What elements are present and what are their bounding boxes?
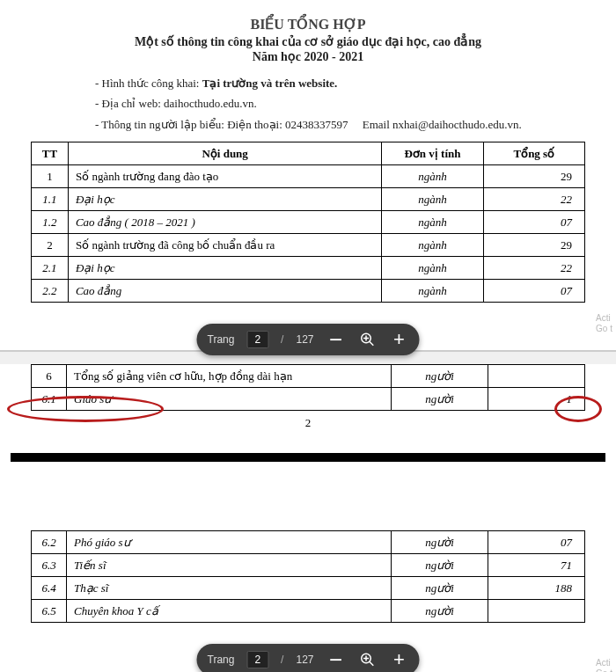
cell-ts: 1	[488, 388, 585, 411]
page-1-fragment: BIỂU TỔNG HỢP Một số thông tin công khai…	[0, 0, 616, 352]
cell-ts	[488, 365, 585, 388]
table-row: 6.4Thạc sĩngười188	[32, 577, 585, 600]
cell-dv: người	[392, 388, 488, 411]
page-sep: /	[281, 654, 283, 666]
page-sep: /	[281, 333, 283, 346]
cell-dv: ngành	[382, 234, 483, 257]
cell-ts: 188	[488, 577, 585, 600]
cell-nd: Chuyên khoa Y cấ	[67, 600, 392, 623]
cell-tt: 6.4	[32, 577, 67, 600]
table-row: 2.2Cao đẳngngành07	[32, 280, 585, 303]
cell-dv: ngành	[382, 211, 483, 234]
cell-nd: Tổng số giảng viên cơ hữu, hợp đồng dài …	[67, 365, 392, 388]
windows-activate-watermark: Acti Go t	[596, 313, 612, 334]
table-row: 1.2Cao đẳng ( 2018 – 2021 )ngành07	[32, 211, 585, 234]
cell-nd: Đại học	[68, 188, 381, 211]
magnifier-plus-icon	[359, 652, 375, 668]
zoom-out-button[interactable]: −	[326, 650, 345, 669]
col-ts: Tổng số	[483, 142, 584, 165]
table-row: 6.3Tiến sĩngười71	[32, 554, 585, 577]
separator-bar	[11, 453, 605, 462]
cell-dv: người	[392, 365, 488, 388]
cell-dv: ngành	[382, 165, 483, 188]
table-row: 1.1Đại họcngành22	[32, 188, 585, 211]
table-row: 6Tổng số giảng viên cơ hữu, hợp đồng dài…	[32, 365, 585, 388]
page-label: Trang	[208, 654, 235, 666]
cell-nd: Tiến sĩ	[67, 554, 392, 577]
pdf-toolbar-top: Trang 2 / 127 − +	[197, 324, 420, 355]
zoom-in-button[interactable]: +	[389, 650, 408, 669]
cell-nd: Đại học	[68, 257, 381, 280]
summary-table-mid: 6Tổng số giảng viên cơ hữu, hợp đồng dài…	[31, 364, 585, 411]
table-row: 2.1Đại họcngành22	[32, 257, 585, 280]
title-block: BIỂU TỔNG HỢP Một số thông tin công khai…	[0, 16, 616, 64]
cell-ts: 29	[483, 165, 584, 188]
zoom-reset-button[interactable]	[357, 330, 377, 349]
zoom-out-button[interactable]: −	[326, 330, 345, 349]
summary-table-bottom: 6.2Phó giáo sưngười076.3Tiến sĩngười716.…	[31, 530, 585, 623]
info-line-2: - Địa chỉ web: daihocthudo.edu.vn.	[95, 93, 616, 113]
col-nd: Nội dung	[68, 142, 381, 165]
info-line-3: - Thông tin người lập biểu: Điện thoại: …	[95, 114, 616, 135]
table-row: 6.1Giáo sưngười1	[32, 388, 585, 411]
table-row: 6.5Chuyên khoa Y cấngười	[32, 600, 585, 623]
cell-ts: 22	[483, 188, 584, 211]
cell-tt: 6.2	[32, 531, 67, 554]
cell-nd: Giáo sư	[67, 388, 392, 411]
cell-nd: Số ngành trường đã công bố chuẩn đầu ra	[68, 234, 381, 257]
table-row: 6.2Phó giáo sưngười07	[32, 531, 585, 554]
page-number: 2	[0, 416, 616, 430]
cell-dv: ngành	[382, 257, 483, 280]
page-total: 127	[296, 654, 313, 666]
cell-tt: 2.2	[32, 280, 69, 303]
doc-year: Năm học 2020 - 2021	[0, 49, 616, 64]
svg-line-5	[370, 661, 374, 666]
cell-dv: người	[392, 554, 488, 577]
cell-ts: 07	[488, 531, 585, 554]
cell-tt: 6.3	[32, 554, 67, 577]
table-row: 1Số ngành trường đang đào tạongành29	[32, 165, 585, 188]
col-tt: TT	[32, 142, 69, 165]
cell-ts: 07	[483, 211, 584, 234]
doc-subtitle: Một số thông tin công khai của cơ sở giá…	[0, 34, 616, 49]
cell-dv: người	[392, 600, 488, 623]
page-label: Trang	[208, 333, 235, 346]
cell-dv: ngành	[382, 188, 483, 211]
col-dv: Đơn vị tính	[382, 142, 483, 165]
svg-line-1	[370, 341, 374, 346]
cell-nd: Cao đẳng	[68, 280, 381, 303]
cell-ts	[488, 600, 585, 623]
cell-tt: 6.5	[32, 600, 67, 623]
info-lines: - Hình thức công khai: Tại trường và trê…	[95, 73, 616, 135]
cell-nd: Thạc sĩ	[67, 577, 392, 600]
page-total: 127	[296, 333, 313, 346]
windows-activate-watermark: Acti Go t	[596, 658, 612, 672]
doc-title: BIỂU TỔNG HỢP	[0, 16, 616, 33]
cell-dv: ngành	[382, 280, 483, 303]
cell-tt: 1.1	[32, 188, 69, 211]
cell-nd: Số ngành trường đang đào tạo	[68, 165, 381, 188]
cell-dv: người	[392, 531, 488, 554]
table-header-row: TT Nội dung Đơn vị tính Tổng số	[32, 142, 585, 165]
page-current-input[interactable]: 2	[246, 331, 268, 348]
cell-ts: 22	[483, 257, 584, 280]
summary-table-top: TT Nội dung Đơn vị tính Tổng số 1Số ngàn…	[31, 142, 585, 303]
cell-nd: Phó giáo sư	[67, 531, 392, 554]
info-line-1: - Hình thức công khai: Tại trường và trê…	[95, 73, 616, 93]
zoom-reset-button[interactable]	[357, 650, 377, 669]
cell-tt: 2	[32, 234, 69, 257]
cell-tt: 2.1	[32, 257, 69, 280]
cell-ts: 07	[483, 280, 584, 303]
page-current-input[interactable]: 2	[246, 651, 268, 668]
zoom-in-button[interactable]: +	[389, 330, 408, 349]
cell-nd: Cao đẳng ( 2018 – 2021 )	[68, 211, 381, 234]
cell-tt: 6.1	[32, 388, 67, 411]
pdf-toolbar-bottom: Trang 2 / 127 − +	[197, 644, 420, 672]
cell-tt: 6	[32, 365, 67, 388]
cell-tt: 1	[32, 165, 69, 188]
page-2-fragment: 6Tổng số giảng viên cơ hữu, hợp đồng dài…	[0, 364, 616, 672]
cell-tt: 1.2	[32, 211, 69, 234]
cell-dv: người	[392, 577, 488, 600]
cell-ts: 71	[488, 554, 585, 577]
magnifier-plus-icon	[359, 332, 375, 347]
